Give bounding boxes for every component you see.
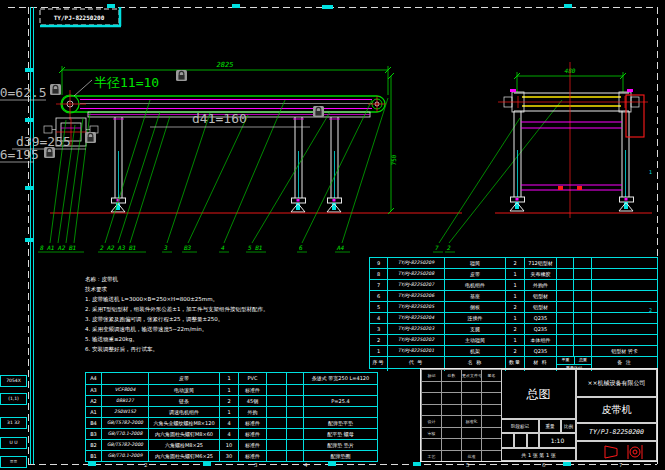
cell-qty: 1 [505, 313, 524, 323]
projection-cell [576, 441, 657, 461]
cell-code: TY/PJ-82250202 [387, 335, 444, 345]
cell-material: Q235 [524, 346, 556, 356]
technical-notes: 名称：皮带机 技术要求 1. 皮带输送机 L=3000×B=250×H=800±… [85, 274, 365, 354]
bom-table-right: 9TY/PJ-82250209辊筒2712铝型材 8TY/PJ-82250208… [369, 257, 658, 369]
cell-name: 主动辊筒 [444, 335, 505, 345]
cell-no: 2 [370, 335, 387, 345]
constraint-d40: d40=62.5 [0, 85, 47, 100]
zone-number: 6 [542, 462, 546, 468]
lock-icon[interactable] [44, 147, 55, 158]
cell-tw [286, 373, 303, 384]
sig-count: 处数 [441, 369, 461, 381]
cell-tw [573, 302, 591, 312]
cell-tw [286, 385, 303, 395]
cell-material: Q235 [524, 313, 556, 323]
cell-no: 5 [370, 302, 387, 312]
cell-code: GB/T70.1-2008 [101, 429, 148, 439]
cell-qty: 2 [505, 258, 524, 268]
cell-material: 本体组件 [524, 335, 556, 345]
cell-uw [556, 335, 573, 345]
leader-label: 4 [221, 244, 225, 251]
note-line: 3. 皮带张紧及跑偏可调，张紧行程±25，调整量±250。 [85, 314, 365, 324]
sig-mark: 标记 [421, 369, 441, 381]
cell-remark: 铝型材 管卡 [591, 346, 657, 356]
cell-code: VCF8004 [101, 385, 148, 395]
cell-qty: 2 [505, 346, 524, 356]
cell-tw [573, 291, 591, 301]
bom-row: A3VCF8004电动滚筒1标准件 [86, 384, 377, 395]
sig-approve: 批准 [461, 450, 481, 462]
cell-name: 内六角圆柱头螺钉M8×60 [148, 429, 219, 439]
cell-material: 铝型材 [524, 302, 556, 312]
leader-label: B3 [184, 244, 192, 251]
sig-process: 工艺 [421, 450, 441, 462]
cell-material: 45钢 [238, 396, 266, 406]
bom-row: A4皮带1PVC条缝式 带宽250 L=4120 [86, 373, 377, 384]
lock-icon[interactable] [176, 70, 187, 81]
bom-row: B4GB/T5782-2000六角头全螺纹螺栓M8×1204标准件配弹垫平垫 [86, 417, 377, 428]
cell-material: 标准件 [238, 451, 266, 461]
cell-uw [266, 418, 286, 428]
cell-code: GB/T5782-2000 [101, 440, 148, 450]
cell-uw [266, 385, 286, 395]
header-unit-weight: 单重 [557, 357, 574, 364]
edge-tab: (1,1) [0, 393, 27, 405]
cell-tw [286, 451, 303, 461]
cell-uw [266, 373, 286, 384]
cell-qty: 2 [505, 302, 524, 312]
cell-code: TY/PJ-82250204 [387, 313, 444, 323]
end-view: 480 [495, 62, 652, 218]
first-angle-projection-icon [577, 442, 657, 461]
cell-uw [556, 269, 573, 279]
leader-label: 7 [435, 244, 439, 251]
cell-tw [286, 429, 303, 439]
leader-label: 8 A1 A2 B1 [40, 244, 76, 251]
bom-row: 6TY/PJ-82250206基座1铝型材 [370, 290, 657, 301]
cell-material: 标准件 [238, 385, 266, 395]
leader-label: 6 [299, 244, 303, 251]
note-line: 5. 输送物重≤20kg。 [85, 334, 365, 344]
cell-uw [556, 324, 573, 334]
cell-no: 7 [370, 280, 387, 290]
zone-number: 3 [254, 462, 258, 468]
lock-icon[interactable] [85, 132, 96, 143]
cell-name: 电机组件 [444, 280, 505, 290]
header-total-weight: 总重 [574, 357, 591, 364]
edge-tab: 31 32 [0, 417, 27, 429]
cell-uw [556, 302, 573, 312]
cell-uw [266, 451, 286, 461]
header-no: 序号 [370, 357, 387, 371]
cell-uw [556, 280, 573, 290]
cell-uw [556, 258, 573, 268]
cell-material: PVC [238, 373, 266, 384]
signature-grid: 标记 处数 更改文件号 签名 设计 标准化 审核 工艺 批准 [421, 369, 501, 461]
cell-remark [591, 302, 657, 312]
sig-doc: 更改文件号 [461, 369, 481, 381]
cell-no: A2 [86, 396, 101, 406]
zone-number: 4 [304, 462, 308, 468]
cell-no: 9 [370, 258, 387, 268]
cell-name: 内六角圆柱头螺钉M6×25 [148, 451, 219, 461]
corner-stamp: TY/PJ-82250200 [40, 7, 121, 26]
cad-drawing-sheet: TY/PJ-82250200 2825 [0, 0, 665, 470]
cell-code: TY/PJ-82250209 [387, 258, 444, 268]
cell-no: 6 [370, 291, 387, 301]
cell-no: B3 [86, 429, 101, 439]
cell-tw [573, 324, 591, 334]
cell-remark: 条缝式 带宽250 L=4120 [303, 373, 377, 384]
edge-tab: ≡≡ [0, 456, 27, 468]
bom-row: 2TY/PJ-82250202主动辊筒1本体组件 [370, 334, 657, 345]
lock-icon[interactable] [313, 106, 324, 117]
zone-number: 7 [619, 462, 623, 468]
cell-material: 外购 [238, 407, 266, 417]
sig-design: 设计 [421, 415, 441, 427]
cell-qty: 4 [219, 418, 238, 428]
cell-qty: 1 [219, 407, 238, 417]
cell-name: 基座 [444, 291, 505, 301]
cell-material: 铝型材 [524, 291, 556, 301]
lock-icon[interactable] [50, 84, 61, 95]
cell-no: A3 [86, 385, 101, 395]
cell-remark [591, 313, 657, 323]
leader-label: 3 [163, 244, 168, 251]
height-dimension: 750 [390, 154, 397, 165]
